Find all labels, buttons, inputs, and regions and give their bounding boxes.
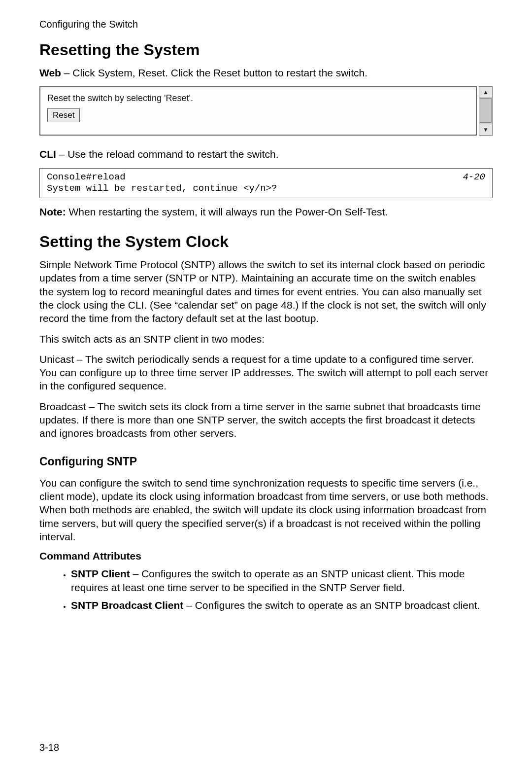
scroll-down-button[interactable]: ▼ xyxy=(479,124,493,136)
scroll-thumb[interactable] xyxy=(480,98,492,123)
scroll-track[interactable] xyxy=(479,98,493,124)
web-text: – Click System, Reset. Click the Reset b… xyxy=(61,67,367,78)
web-panel: Reset the switch by selecting 'Reset'. R… xyxy=(39,86,477,136)
heading-command-attributes: Command Attributes xyxy=(39,550,493,562)
scrollbar[interactable]: ▲ ▼ xyxy=(479,86,493,136)
web-screenshot: Reset the switch by selecting 'Reset'. R… xyxy=(39,86,493,136)
attr-label: SNTP Client xyxy=(71,568,130,579)
cli-label: CLI xyxy=(39,148,56,160)
heading-system-clock: Setting the System Clock xyxy=(39,233,493,251)
cli-text: – Use the reload command to restart the … xyxy=(56,148,279,160)
list-item: SNTP Client – Configures the switch to o… xyxy=(71,567,493,594)
sntp-p1: You can configure the switch to send tim… xyxy=(39,476,493,543)
cli-instruction: CLI – Use the reload command to restart … xyxy=(39,147,493,161)
heading-resetting-system: Resetting the System xyxy=(39,41,493,59)
clock-p2: This switch acts as an SNTP client in tw… xyxy=(39,332,493,346)
clock-p3: Unicast – The switch periodically sends … xyxy=(39,352,493,393)
note-label: Note: xyxy=(39,206,66,217)
reset-button[interactable]: Reset xyxy=(47,108,80,122)
attr-text: – Configures the switch to operate as an… xyxy=(71,568,465,593)
list-item: SNTP Broadcast Client – Configures the s… xyxy=(71,598,493,612)
clock-p4: Broadcast – The switch sets its clock fr… xyxy=(39,400,493,440)
attr-label: SNTP Broadcast Client xyxy=(71,599,183,611)
attr-text: – Configures the switch to operate as an… xyxy=(183,599,480,611)
web-instruction: Web – Click System, Reset. Click the Res… xyxy=(39,66,493,79)
web-panel-hint: Reset the switch by selecting 'Reset'. xyxy=(47,93,469,104)
page-number: 3-18 xyxy=(39,742,59,753)
note: Note: When restarting the system, it wil… xyxy=(39,206,493,218)
cli-output: Console#reload System will be restarted,… xyxy=(47,172,277,195)
heading-configuring-sntp: Configuring SNTP xyxy=(39,455,493,468)
command-attributes-list: SNTP Client – Configures the switch to o… xyxy=(39,567,493,612)
clock-p1: Simple Network Time Protocol (SNTP) allo… xyxy=(39,258,493,325)
running-header: Configuring the Switch xyxy=(39,19,493,30)
page: Configuring the Switch Resetting the Sys… xyxy=(0,0,532,774)
cli-page-ref: 4-20 xyxy=(463,172,485,183)
web-label: Web xyxy=(39,67,61,78)
cli-example-box: Console#reload System will be restarted,… xyxy=(39,168,493,199)
note-text: When restarting the system, it will alwa… xyxy=(66,206,388,217)
scroll-up-button[interactable]: ▲ xyxy=(479,86,493,98)
